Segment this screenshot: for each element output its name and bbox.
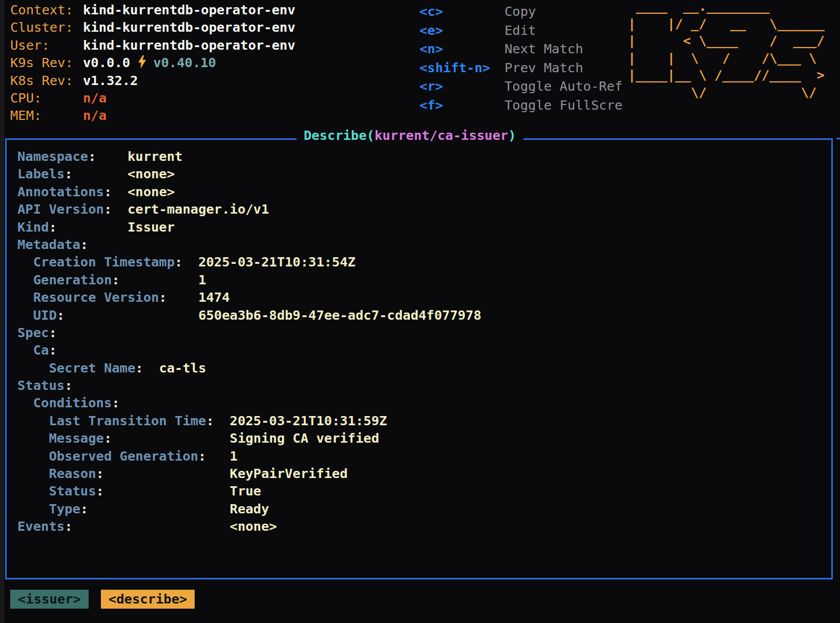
menu-item-edit[interactable]: <e>Edit (419, 21, 622, 40)
describe-colon: : (65, 378, 72, 393)
info-value-k9s-rev: v0.0.0 (83, 55, 130, 70)
menu-item-copy[interactable]: <c>Copy (419, 2, 622, 21)
describe-colon: : (175, 254, 182, 269)
describe-pad (104, 483, 230, 499)
describe-pad (72, 518, 229, 534)
menu-item-next-match[interactable]: <n>Next Match (419, 39, 622, 58)
describe-value: ca-tls (159, 360, 206, 376)
describe-pad (112, 201, 128, 217)
info-row-user: User:kind-kurrentdb-operator-env (10, 36, 296, 54)
describe-colon: : (104, 430, 112, 446)
describe-key: Events (17, 518, 65, 534)
describe-colon: : (80, 501, 88, 516)
menu-item-toggle-fullscreen[interactable]: <f>Toggle FullScre (419, 96, 622, 115)
describe-key: Status (17, 378, 65, 393)
describe-colon: : (49, 219, 56, 235)
adjacent-panel-border-fragment (836, 138, 840, 139)
panel-title-close-paren: ) (508, 128, 516, 143)
describe-colon: : (65, 166, 72, 181)
describe-colon: : (49, 325, 56, 340)
describe-line-ca: Ca: (17, 341, 831, 359)
describe-pad (65, 307, 198, 323)
describe-colon: : (135, 360, 143, 376)
describe-colon: : (96, 483, 104, 499)
describe-value: kurrent (128, 149, 182, 164)
describe-colon: : (159, 289, 166, 305)
describe-colon: : (88, 149, 96, 164)
describe-line-message: Message: Signing CA verified (17, 429, 831, 447)
describe-colon: : (80, 237, 88, 252)
describe-value: Issuer (128, 219, 175, 235)
describe-colon: : (65, 518, 72, 534)
describe-colon: : (104, 184, 112, 199)
describe-line-labels: Labels: <none> (17, 165, 831, 182)
describe-key: Type (17, 501, 80, 516)
panel-title-resource: kurrent/ca-issuer (374, 128, 508, 143)
crumb-describe[interactable]: <describe> (101, 590, 195, 609)
breadcrumbs: <issuer> <describe> (10, 590, 195, 609)
crumb-issuer[interactable]: <issuer> (10, 590, 89, 609)
describe-line-status: Status: (17, 377, 831, 394)
describe-value: 2025-03-21T10:31:54Z (198, 254, 355, 269)
describe-line-uid: UID: 650ea3b6-8db9-47ee-adc7-cdad4f07797… (17, 306, 831, 324)
k9s-logo: ____ __.________ | |/ _/ __ \______ | < … (628, 0, 825, 101)
describe-pad (167, 289, 198, 305)
describe-line-annotations: Annotations: <none> (17, 183, 831, 200)
describe-key: Reason (17, 466, 96, 481)
menu-item-prev-match[interactable]: <shift-n>Prev Match (419, 58, 622, 77)
describe-key: Kind (17, 219, 49, 235)
describe-pad (88, 501, 229, 516)
panel-title: Describe(kurrent/ca-issuer) (297, 127, 523, 144)
describe-line-generation: Generation: 1 (17, 271, 831, 288)
describe-line-condition-status: Status: True (17, 482, 831, 500)
describe-pad (57, 219, 128, 235)
describe-colon: : (112, 272, 119, 287)
describe-value: Ready (230, 501, 269, 516)
describe-value: Signing CA verified (230, 430, 380, 446)
describe-key: Spec (17, 325, 49, 340)
describe-line-observed-generation: Observed Generation: 1 (17, 447, 831, 465)
describe-key: Creation Timestamp (17, 254, 175, 269)
menu-desc-copy: Copy (505, 4, 536, 19)
info-row-mem: MEM:n/a (10, 107, 296, 124)
describe-value: KeyPairVerified (230, 466, 348, 481)
k9s-logo-line: | | \ / /\___ \ (628, 50, 825, 67)
menu-key-toggle-fullscreen: <f> (419, 96, 505, 115)
describe-key: Conditions (17, 395, 112, 410)
describe-line-api-version: API Version: cert-manager.io/v1 (17, 200, 831, 218)
info-row-cpu: CPU:n/a (10, 89, 296, 107)
describe-pad (214, 413, 230, 428)
describe-value: 1474 (198, 289, 229, 305)
info-label-k9s-rev: K9s Rev: (10, 54, 83, 71)
describe-value: True (230, 483, 261, 499)
describe-key: Resource Version (17, 289, 159, 305)
describe-value: <none> (128, 166, 175, 181)
k9s-terminal: Context:kind-kurrentdb-operator-env Clus… (0, 0, 840, 623)
hotkey-menu: <c>Copy <e>Edit <n>Next Match <shift-n>P… (419, 2, 622, 114)
describe-value: 1 (230, 448, 238, 464)
describe-value: <none> (128, 184, 175, 199)
menu-desc-next-match: Next Match (505, 41, 583, 56)
menu-key-prev-match: <shift-n> (419, 58, 505, 77)
describe-line-kind: Kind: Issuer (17, 218, 831, 236)
menu-key-copy: <c> (419, 2, 505, 21)
panel-title-function: Describe( (304, 128, 374, 143)
describe-key: Metadata (17, 237, 80, 252)
describe-key: Namespace (17, 149, 88, 164)
describe-line-last-transition-time: Last Transition Time: 2025-03-21T10:31:5… (17, 412, 831, 429)
menu-key-edit: <e> (419, 21, 505, 40)
info-value-user: kind-kurrentdb-operator-env (83, 37, 296, 53)
k9s-logo-line: |____|__ \ /____//____ > (628, 67, 825, 84)
describe-line-namespace: Namespace: kurrent (17, 148, 831, 165)
describe-key: UID (17, 307, 57, 323)
menu-desc-prev-match: Prev Match (505, 60, 583, 75)
describe-colon: : (206, 413, 214, 428)
info-label-context: Context: (10, 1, 83, 18)
menu-item-toggle-auto-refresh[interactable]: <r>Toggle Auto-Ref (419, 77, 622, 96)
menu-key-toggle-auto-refresh: <r> (419, 77, 505, 96)
describe-key: API Version (17, 201, 104, 217)
describe-line-creation-timestamp: Creation Timestamp: 2025-03-21T10:31:54Z (17, 253, 831, 271)
describe-line-reason: Reason: KeyPairVerified (17, 465, 831, 482)
describe-pad (112, 430, 229, 446)
menu-desc-edit: Edit (505, 23, 536, 38)
